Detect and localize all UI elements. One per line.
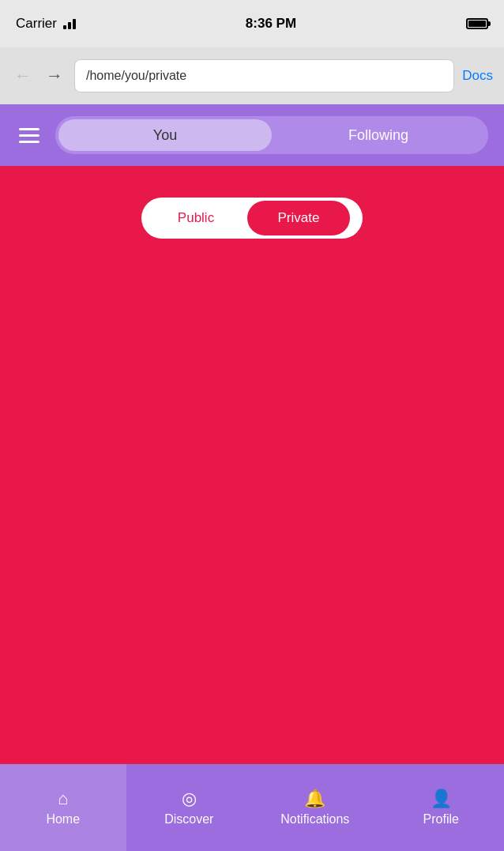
- nav-discover-label: Discover: [164, 812, 213, 827]
- hamburger-line-1: [19, 128, 39, 130]
- top-nav: You Following: [0, 104, 504, 166]
- hamburger-line-3: [19, 141, 39, 143]
- carrier-label: Carrier: [16, 16, 57, 32]
- docs-button[interactable]: Docs: [462, 68, 493, 84]
- you-tab[interactable]: You: [58, 119, 272, 151]
- app-container: You Following Public Private ⌂ Home ◎ Di…: [0, 104, 504, 851]
- nav-notifications[interactable]: 🔔 Notifications: [252, 764, 378, 851]
- status-right: [466, 18, 488, 29]
- battery-icon: [466, 18, 488, 29]
- public-tab[interactable]: Public: [145, 201, 247, 235]
- forward-button[interactable]: →: [43, 62, 66, 89]
- browser-bar: ← → /home/you/private Docs: [0, 47, 504, 104]
- wifi-icon: [63, 19, 76, 29]
- nav-home-label: Home: [46, 812, 80, 827]
- battery-fill: [468, 21, 486, 27]
- status-bar: Carrier 8:36 PM: [0, 0, 504, 47]
- status-time: 8:36 PM: [246, 16, 296, 32]
- profile-icon: 👤: [431, 789, 452, 809]
- back-button[interactable]: ←: [11, 62, 35, 89]
- nav-discover[interactable]: ◎ Discover: [126, 764, 253, 851]
- main-tab-switcher: You Following: [55, 116, 488, 154]
- following-tab[interactable]: Following: [272, 119, 485, 151]
- status-left: Carrier: [16, 16, 76, 32]
- nav-home[interactable]: ⌂ Home: [0, 764, 126, 851]
- home-icon: ⌂: [58, 789, 68, 809]
- bottom-nav: ⌂ Home ◎ Discover 🔔 Notifications 👤 Prof…: [0, 764, 504, 851]
- nav-profile-label: Profile: [423, 812, 459, 827]
- url-bar[interactable]: /home/you/private: [74, 59, 454, 92]
- discover-icon: ◎: [182, 789, 197, 809]
- url-text: /home/you/private: [86, 69, 186, 83]
- nav-profile[interactable]: 👤 Profile: [378, 764, 505, 851]
- hamburger-button[interactable]: [16, 125, 43, 146]
- hamburger-line-2: [19, 134, 39, 137]
- sub-tab-switcher: Public Private: [141, 198, 363, 239]
- main-content: Public Private: [0, 166, 504, 764]
- private-tab[interactable]: Private: [247, 201, 350, 235]
- notifications-icon: 🔔: [304, 789, 325, 809]
- nav-notifications-label: Notifications: [280, 812, 349, 827]
